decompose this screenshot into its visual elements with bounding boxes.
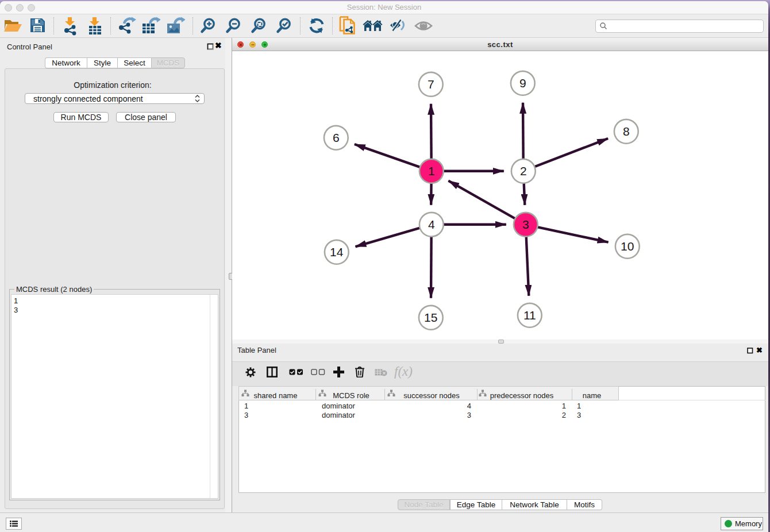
svg-text:10: 10: [621, 240, 634, 253]
svg-text:8: 8: [623, 125, 630, 138]
svg-text:6: 6: [333, 131, 340, 144]
svg-text:4: 4: [428, 218, 435, 231]
svg-text:15: 15: [424, 311, 437, 324]
svg-text:14: 14: [330, 245, 344, 259]
svg-text:11: 11: [523, 309, 536, 322]
svg-text:2: 2: [520, 164, 527, 178]
svg-text:1: 1: [428, 164, 435, 178]
svg-text:7: 7: [428, 78, 434, 91]
svg-text:9: 9: [519, 76, 526, 90]
svg-text:3: 3: [522, 218, 529, 231]
